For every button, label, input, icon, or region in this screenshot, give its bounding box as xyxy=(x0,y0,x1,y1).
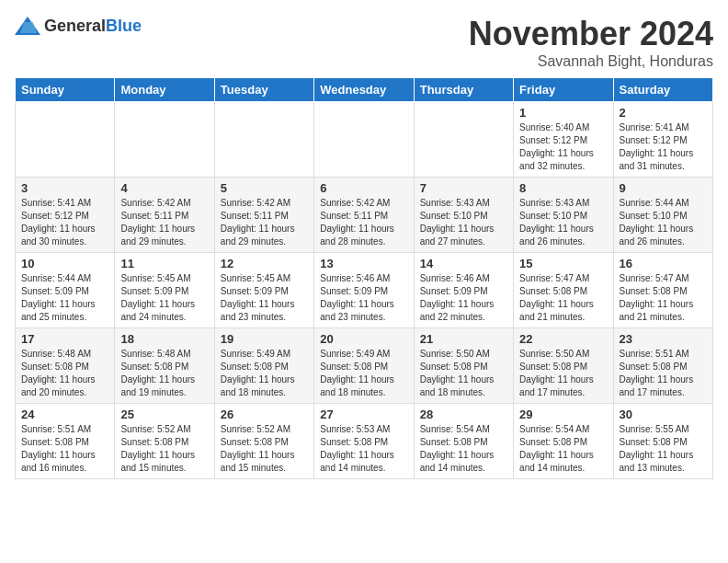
day-number: 25 xyxy=(120,408,208,421)
day-number: 14 xyxy=(420,257,507,270)
day-number: 17 xyxy=(21,332,108,346)
calendar-cell: 9Sunrise: 5:44 AM Sunset: 5:10 PM Daylig… xyxy=(613,178,712,253)
calendar-week-row: 1Sunrise: 5:40 AM Sunset: 5:12 PM Daylig… xyxy=(16,102,713,178)
cell-info: Sunrise: 5:50 AM Sunset: 5:08 PM Dayligh… xyxy=(519,348,607,399)
calendar-week-row: 3Sunrise: 5:41 AM Sunset: 5:12 PM Daylig… xyxy=(16,178,713,253)
calendar-cell: 15Sunrise: 5:47 AM Sunset: 5:08 PM Dayli… xyxy=(514,253,613,328)
day-number: 29 xyxy=(519,408,607,421)
cell-info: Sunrise: 5:42 AM Sunset: 5:11 PM Dayligh… xyxy=(320,197,407,248)
calendar-cell: 23Sunrise: 5:51 AM Sunset: 5:08 PM Dayli… xyxy=(613,328,712,404)
cell-info: Sunrise: 5:50 AM Sunset: 5:08 PM Dayligh… xyxy=(420,348,507,399)
day-number: 23 xyxy=(620,332,707,346)
day-number: 12 xyxy=(221,257,308,270)
calendar-cell: 25Sunrise: 5:52 AM Sunset: 5:08 PM Dayli… xyxy=(115,404,214,479)
cell-info: Sunrise: 5:51 AM Sunset: 5:08 PM Dayligh… xyxy=(21,423,108,475)
calendar-cell xyxy=(414,102,513,178)
calendar-cell: 24Sunrise: 5:51 AM Sunset: 5:08 PM Dayli… xyxy=(16,404,115,479)
calendar-cell: 17Sunrise: 5:48 AM Sunset: 5:08 PM Dayli… xyxy=(16,328,115,404)
column-header-thursday: Thursday xyxy=(414,78,513,102)
cell-info: Sunrise: 5:48 AM Sunset: 5:08 PM Dayligh… xyxy=(21,348,108,399)
day-number: 5 xyxy=(221,181,308,195)
cell-info: Sunrise: 5:53 AM Sunset: 5:08 PM Dayligh… xyxy=(320,423,407,475)
cell-info: Sunrise: 5:44 AM Sunset: 5:10 PM Dayligh… xyxy=(620,197,707,248)
day-number: 8 xyxy=(519,181,607,195)
day-number: 19 xyxy=(221,332,308,346)
day-number: 1 xyxy=(519,106,607,120)
logo-general: General xyxy=(44,17,106,35)
calendar-cell: 22Sunrise: 5:50 AM Sunset: 5:08 PM Dayli… xyxy=(514,328,613,404)
cell-info: Sunrise: 5:42 AM Sunset: 5:11 PM Dayligh… xyxy=(120,197,208,248)
day-number: 10 xyxy=(21,257,108,270)
calendar-cell: 12Sunrise: 5:45 AM Sunset: 5:09 PM Dayli… xyxy=(214,253,313,328)
cell-info: Sunrise: 5:49 AM Sunset: 5:08 PM Dayligh… xyxy=(221,348,308,399)
cell-info: Sunrise: 5:42 AM Sunset: 5:11 PM Dayligh… xyxy=(221,197,308,248)
calendar-table: SundayMondayTuesdayWednesdayThursdayFrid… xyxy=(15,77,713,479)
logo-icon xyxy=(15,15,40,37)
day-number: 21 xyxy=(420,332,507,346)
calendar-cell: 7Sunrise: 5:43 AM Sunset: 5:10 PM Daylig… xyxy=(414,178,513,253)
cell-info: Sunrise: 5:45 AM Sunset: 5:09 PM Dayligh… xyxy=(120,272,208,324)
calendar-cell xyxy=(214,102,313,178)
cell-info: Sunrise: 5:46 AM Sunset: 5:09 PM Dayligh… xyxy=(320,272,407,324)
cell-info: Sunrise: 5:41 AM Sunset: 5:12 PM Dayligh… xyxy=(21,197,108,248)
day-number: 6 xyxy=(320,181,407,195)
cell-info: Sunrise: 5:54 AM Sunset: 5:08 PM Dayligh… xyxy=(519,423,607,475)
day-number: 4 xyxy=(120,181,208,195)
calendar-cell: 29Sunrise: 5:54 AM Sunset: 5:08 PM Dayli… xyxy=(514,404,613,479)
calendar-cell xyxy=(314,102,414,178)
day-number: 28 xyxy=(420,408,507,421)
logo: GeneralBlue xyxy=(15,15,142,37)
calendar-cell: 19Sunrise: 5:49 AM Sunset: 5:08 PM Dayli… xyxy=(214,328,313,404)
cell-info: Sunrise: 5:45 AM Sunset: 5:09 PM Dayligh… xyxy=(221,272,308,324)
cell-info: Sunrise: 5:46 AM Sunset: 5:09 PM Dayligh… xyxy=(420,272,507,324)
title-block: November 2024 Savannah Bight, Honduras xyxy=(469,15,713,70)
day-number: 7 xyxy=(420,181,507,195)
day-number: 20 xyxy=(320,332,407,346)
month-title: November 2024 xyxy=(469,15,713,53)
cell-info: Sunrise: 5:44 AM Sunset: 5:09 PM Dayligh… xyxy=(21,272,108,324)
calendar-cell: 14Sunrise: 5:46 AM Sunset: 5:09 PM Dayli… xyxy=(414,253,513,328)
calendar-cell: 2Sunrise: 5:41 AM Sunset: 5:12 PM Daylig… xyxy=(613,102,712,178)
cell-info: Sunrise: 5:43 AM Sunset: 5:10 PM Dayligh… xyxy=(519,197,607,248)
calendar-cell: 21Sunrise: 5:50 AM Sunset: 5:08 PM Dayli… xyxy=(414,328,513,404)
calendar-cell: 5Sunrise: 5:42 AM Sunset: 5:11 PM Daylig… xyxy=(214,178,313,253)
cell-info: Sunrise: 5:55 AM Sunset: 5:08 PM Dayligh… xyxy=(620,423,707,475)
cell-info: Sunrise: 5:49 AM Sunset: 5:08 PM Dayligh… xyxy=(320,348,407,399)
day-number: 24 xyxy=(21,408,108,421)
calendar-cell: 4Sunrise: 5:42 AM Sunset: 5:11 PM Daylig… xyxy=(115,178,214,253)
calendar-cell xyxy=(115,102,214,178)
day-number: 27 xyxy=(320,408,407,421)
day-number: 26 xyxy=(221,408,308,421)
calendar-cell: 18Sunrise: 5:48 AM Sunset: 5:08 PM Dayli… xyxy=(115,328,214,404)
column-header-saturday: Saturday xyxy=(613,78,712,102)
day-number: 18 xyxy=(120,332,208,346)
calendar-cell: 1Sunrise: 5:40 AM Sunset: 5:12 PM Daylig… xyxy=(514,102,613,178)
calendar-cell: 30Sunrise: 5:55 AM Sunset: 5:08 PM Dayli… xyxy=(613,404,712,479)
cell-info: Sunrise: 5:54 AM Sunset: 5:08 PM Dayligh… xyxy=(420,423,507,475)
location-subtitle: Savannah Bight, Honduras xyxy=(469,53,713,70)
calendar-cell: 28Sunrise: 5:54 AM Sunset: 5:08 PM Dayli… xyxy=(414,404,513,479)
calendar-cell: 3Sunrise: 5:41 AM Sunset: 5:12 PM Daylig… xyxy=(16,178,115,253)
calendar-week-row: 17Sunrise: 5:48 AM Sunset: 5:08 PM Dayli… xyxy=(16,328,713,404)
cell-info: Sunrise: 5:47 AM Sunset: 5:08 PM Dayligh… xyxy=(620,272,707,324)
column-header-sunday: Sunday xyxy=(16,78,115,102)
day-number: 2 xyxy=(620,106,707,120)
day-number: 16 xyxy=(620,257,707,270)
calendar-header-row: SundayMondayTuesdayWednesdayThursdayFrid… xyxy=(16,78,713,102)
page-header: GeneralBlue November 2024 Savannah Bight… xyxy=(15,15,713,70)
cell-info: Sunrise: 5:43 AM Sunset: 5:10 PM Dayligh… xyxy=(420,197,507,248)
cell-info: Sunrise: 5:48 AM Sunset: 5:08 PM Dayligh… xyxy=(120,348,208,399)
column-header-friday: Friday xyxy=(514,78,613,102)
day-number: 30 xyxy=(620,408,707,421)
calendar-cell: 27Sunrise: 5:53 AM Sunset: 5:08 PM Dayli… xyxy=(314,404,414,479)
day-number: 13 xyxy=(320,257,407,270)
calendar-cell: 20Sunrise: 5:49 AM Sunset: 5:08 PM Dayli… xyxy=(314,328,414,404)
cell-info: Sunrise: 5:52 AM Sunset: 5:08 PM Dayligh… xyxy=(221,423,308,475)
cell-info: Sunrise: 5:51 AM Sunset: 5:08 PM Dayligh… xyxy=(620,348,707,399)
column-header-tuesday: Tuesday xyxy=(214,78,313,102)
calendar-cell: 13Sunrise: 5:46 AM Sunset: 5:09 PM Dayli… xyxy=(314,253,414,328)
column-header-monday: Monday xyxy=(115,78,214,102)
day-number: 11 xyxy=(120,257,208,270)
cell-info: Sunrise: 5:40 AM Sunset: 5:12 PM Dayligh… xyxy=(519,121,607,173)
day-number: 22 xyxy=(519,332,607,346)
